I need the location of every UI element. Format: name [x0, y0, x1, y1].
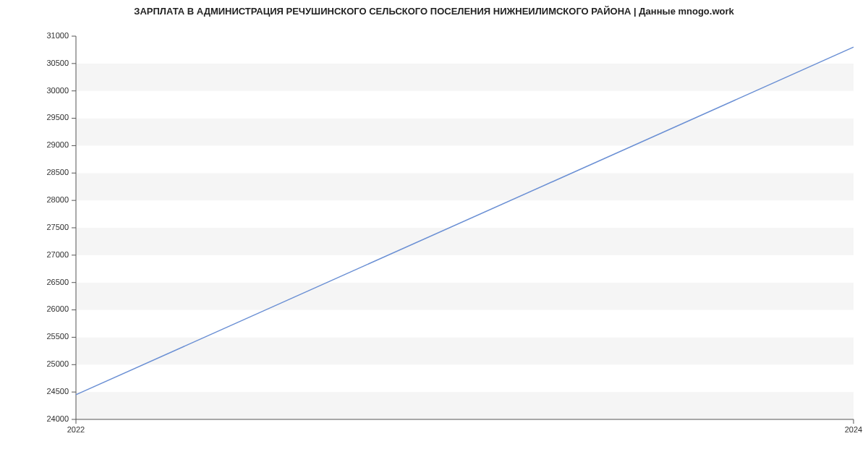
- grid-band: [76, 392, 854, 419]
- grid-band: [76, 337, 854, 364]
- y-tick-label: 30000: [46, 86, 69, 95]
- grid-band: [76, 119, 854, 146]
- y-tick-label: 27000: [46, 250, 69, 259]
- chart-plot-area: 2400024500250002550026000265002700027500…: [0, 22, 868, 427]
- y-tick-label: 26000: [46, 304, 69, 313]
- y-tick-label: 27500: [46, 223, 69, 231]
- grid-band: [76, 200, 854, 228]
- y-tick-label: 29500: [46, 113, 69, 121]
- y-tick-label: 26500: [46, 278, 69, 286]
- y-tick-label: 28000: [46, 195, 69, 204]
- chart-title: ЗАРПЛАТА В АДМИНИСТРАЦИЯ РЕЧУШИНСКОГО СЕ…: [0, 6, 868, 17]
- y-tick-label: 25500: [46, 332, 69, 341]
- y-tick-label: 31000: [46, 31, 69, 40]
- x-tick-label: 2024: [845, 425, 862, 434]
- grid-band: [76, 255, 854, 283]
- grid-band: [76, 91, 854, 119]
- grid-band: [76, 228, 854, 255]
- y-tick-label: 24000: [46, 414, 69, 423]
- grid-band: [76, 283, 854, 310]
- y-tick-label: 25000: [46, 359, 69, 368]
- y-tick-label: 29000: [46, 140, 69, 149]
- x-tick-label: 2022: [67, 425, 85, 434]
- grid-band: [76, 64, 854, 91]
- y-tick-label: 30500: [46, 59, 69, 67]
- grid-band: [76, 36, 854, 64]
- grid-band: [76, 310, 854, 338]
- chart-svg: 2400024500250002550026000265002700027500…: [0, 22, 868, 456]
- grid-band: [76, 145, 854, 173]
- y-tick-label: 28500: [46, 168, 69, 176]
- grid-band: [76, 173, 854, 200]
- y-tick-label: 24500: [46, 387, 69, 396]
- grid-band: [76, 364, 854, 392]
